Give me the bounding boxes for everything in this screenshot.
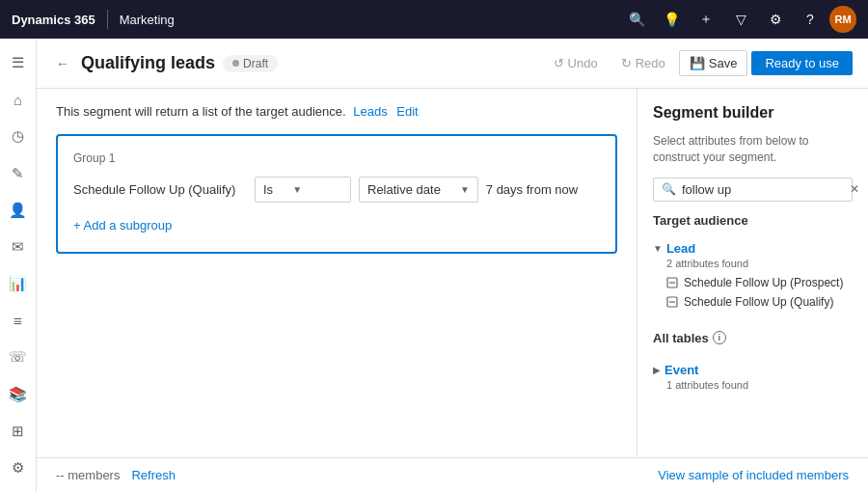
back-button[interactable]: ← <box>52 52 73 75</box>
sidebar-people-icon[interactable]: 👤 <box>1 194 36 227</box>
add-subgroup-button[interactable]: + Add a subgroup <box>73 214 172 236</box>
sidebar-chart-icon[interactable]: 📊 <box>1 267 36 300</box>
attribute-prospect-icon <box>666 277 678 288</box>
page-title: Qualifying leads <box>81 53 215 73</box>
date-type-value: Relative date <box>367 182 441 197</box>
panel-description: Select attributes from below to construc… <box>653 133 853 166</box>
condition-row: Schedule Follow Up (Qualify) Is ▼ Relati… <box>73 177 600 203</box>
top-nav: Dynamics 365 Marketing 🔍 💡 ＋ ▽ ⚙ ? RM <box>0 0 868 39</box>
search-input[interactable] <box>682 182 844 197</box>
all-tables-header: All tables i <box>653 331 853 345</box>
brand-label: Dynamics 365 <box>12 13 95 27</box>
all-tables-info-icon[interactable]: i <box>713 331 726 344</box>
page-header: ← Qualifying leads Draft ↺ Undo ↻ Redo 💾… <box>37 39 868 89</box>
lead-section: ▼ Lead 2 attributes found Schedule Follo… <box>653 239 853 312</box>
operator-dropdown-icon: ▼ <box>292 184 302 195</box>
group-container: Group 1 Schedule Follow Up (Qualify) Is … <box>56 134 617 254</box>
sidebar-pin-icon[interactable]: ✎ <box>1 157 36 190</box>
content-area: This segment will return a list of the t… <box>37 89 868 457</box>
search-icon[interactable]: 🔍 <box>621 4 652 35</box>
operator-select[interactable]: Is ▼ <box>255 177 351 203</box>
condition-value-text: 7 days from now <box>486 178 578 202</box>
condition-field-name: Schedule Follow Up (Qualify) <box>73 182 247 197</box>
plus-icon[interactable]: ＋ <box>691 4 721 35</box>
sidebar-email-icon[interactable]: ✉ <box>1 231 36 263</box>
sidebar-settings-icon[interactable]: ⚙ <box>1 451 36 484</box>
attribute-qualify-label: Schedule Follow Up (Qualify) <box>684 295 833 309</box>
redo-label: Redo <box>636 56 665 70</box>
ready-label: Ready to use <box>765 56 839 70</box>
save-label: Save <box>709 56 738 70</box>
view-sample-link[interactable]: View sample of included members <box>658 468 849 482</box>
attribute-prospect-label: Schedule Follow Up (Prospect) <box>684 276 843 289</box>
leads-link[interactable]: Leads <box>353 104 387 119</box>
event-attributes-found: 1 attributes found <box>666 379 853 391</box>
operator-value: Is <box>263 182 273 197</box>
bottom-bar: -- members Refresh View sample of includ… <box>37 457 868 492</box>
attribute-qualify[interactable]: Schedule Follow Up (Qualify) <box>653 292 853 312</box>
segment-builder-panel: Segment builder Select attributes from b… <box>637 89 868 457</box>
date-type-dropdown-icon: ▼ <box>460 184 470 195</box>
save-icon: 💾 <box>690 56 705 70</box>
all-tables-label: All tables <box>653 331 709 345</box>
ready-to-use-button[interactable]: Ready to use <box>751 51 853 75</box>
status-label: Draft <box>243 57 268 70</box>
undo-icon: ↺ <box>554 56 564 70</box>
sidebar-list-icon[interactable]: ≡ <box>1 304 36 337</box>
event-chevron-icon: ▶ <box>653 365 661 375</box>
undo-label: Undo <box>568 56 598 70</box>
segment-main: This segment will return a list of the t… <box>37 89 637 457</box>
sidebar-grid-icon[interactable]: ⊞ <box>1 415 36 448</box>
sidebar-library-icon[interactable]: 📚 <box>1 378 36 411</box>
target-audience-label: Target audience <box>653 213 853 228</box>
attribute-qualify-icon <box>666 296 678 308</box>
sidebar-home-icon[interactable]: ⌂ <box>1 83 36 116</box>
lightbulb-icon[interactable]: 💡 <box>656 4 687 35</box>
help-icon[interactable]: ? <box>795 4 826 35</box>
sidebar-recent-icon[interactable]: ◷ <box>1 120 36 152</box>
settings-icon[interactable]: ⚙ <box>760 4 791 35</box>
filter-icon[interactable]: ▽ <box>725 4 756 35</box>
event-section-header[interactable]: ▶ Event <box>653 361 853 379</box>
lead-chevron-icon: ▼ <box>653 243 663 254</box>
lead-section-name: Lead <box>666 241 695 256</box>
refresh-link[interactable]: Refresh <box>131 468 176 482</box>
members-label: -- members <box>56 468 120 482</box>
sidebar-phone-icon[interactable]: ☏ <box>1 341 36 373</box>
lead-attributes-found: 2 attributes found <box>666 258 853 269</box>
search-clear-icon[interactable]: ✕ <box>850 182 859 196</box>
redo-icon: ↻ <box>621 56 632 70</box>
module-label: Marketing <box>120 13 175 27</box>
edit-link[interactable]: Edit <box>396 104 418 119</box>
header-actions: ↺ Undo ↻ Redo 💾 Save Ready to use <box>544 50 853 76</box>
status-badge: Draft <box>223 55 278 72</box>
lead-section-header[interactable]: ▼ Lead <box>653 239 853 258</box>
search-box[interactable]: 🔍 ✕ <box>653 178 853 202</box>
top-nav-icons: 🔍 💡 ＋ ▽ ⚙ ? RM <box>621 4 856 35</box>
app-layout: ☰ ⌂ ◷ ✎ 👤 ✉ 📊 ≡ ☏ 📚 ⊞ ⚙ ← Qualifying lea… <box>0 39 868 492</box>
status-dot <box>232 60 239 67</box>
add-subgroup-label: + Add a subgroup <box>73 218 172 232</box>
sidebar-menu-icon[interactable]: ☰ <box>1 46 36 79</box>
panel-title: Segment builder <box>653 104 853 122</box>
info-text: This segment will return a list of the t… <box>56 104 346 119</box>
main-content: ← Qualifying leads Draft ↺ Undo ↻ Redo 💾… <box>37 39 868 492</box>
undo-button[interactable]: ↺ Undo <box>544 51 608 75</box>
group-label: Group 1 <box>73 151 600 165</box>
event-section-name: Event <box>665 363 698 377</box>
sidebar: ☰ ⌂ ◷ ✎ 👤 ✉ 📊 ≡ ☏ 📚 ⊞ ⚙ <box>0 39 37 492</box>
avatar[interactable]: RM <box>829 6 856 33</box>
redo-button[interactable]: ↻ Redo <box>611 51 675 75</box>
attribute-prospect[interactable]: Schedule Follow Up (Prospect) <box>653 273 853 292</box>
event-section: ▶ Event 1 attributes found <box>653 361 853 395</box>
save-button[interactable]: 💾 Save <box>679 50 748 76</box>
info-bar: This segment will return a list of the t… <box>56 104 617 119</box>
search-icon: 🔍 <box>662 182 676 196</box>
nav-divider <box>107 10 108 29</box>
date-type-select[interactable]: Relative date ▼ <box>359 177 478 203</box>
